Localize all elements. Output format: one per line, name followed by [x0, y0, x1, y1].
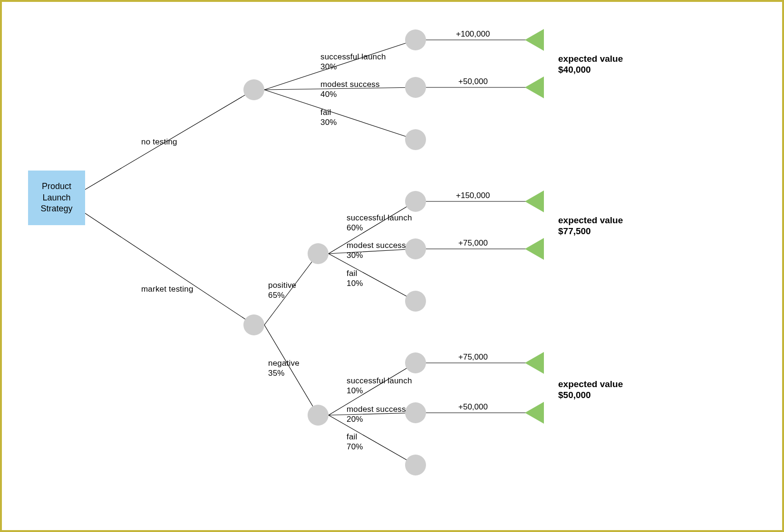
outcome-prob: 30%: [320, 62, 337, 72]
outcome-node: [405, 402, 426, 423]
svg-line-16: [329, 415, 416, 465]
outcome-label: modest success: [347, 240, 406, 250]
payoff-value: +150,000: [456, 191, 490, 200]
outcome-node: [405, 129, 426, 150]
terminal-leaf-icon: [525, 352, 544, 374]
payoff-value: +75,000: [458, 238, 488, 248]
outcome-label: modest success: [320, 79, 380, 89]
svg-line-11: [329, 254, 416, 301]
outcome-prob: 20%: [347, 414, 363, 424]
chance-node-positive: [308, 243, 329, 264]
root-label: ProductLaunchStrategy: [40, 181, 72, 214]
outcome-node: [405, 238, 426, 259]
outcome-label: fail: [347, 268, 358, 278]
chance-node-negative: [308, 405, 329, 426]
outcome-label: fail: [347, 432, 358, 442]
svg-line-1: [85, 213, 254, 325]
chance-node-no-testing: [243, 79, 264, 100]
payoff-value: +100,000: [456, 29, 490, 39]
expected-value-title: expected value: [558, 53, 623, 65]
payoff-value: +50,000: [458, 77, 488, 86]
outcome-prob: 10%: [347, 386, 363, 396]
edges-layer: [2, 2, 784, 532]
terminal-leaf-icon: [525, 190, 544, 212]
terminal-leaf-icon: [525, 238, 544, 260]
svg-line-4: [264, 90, 416, 140]
terminal-leaf-icon: [525, 29, 544, 51]
expected-value-title: expected value: [558, 379, 623, 390]
outcome-label: fail: [320, 107, 331, 117]
outcome-label: successful launch: [347, 376, 412, 386]
outcome-prob: 10%: [347, 278, 363, 288]
outcome-node: [405, 29, 426, 50]
outcome-prob: 70%: [347, 442, 363, 452]
payoff-value: +75,000: [458, 352, 488, 362]
branch-label: positive: [268, 280, 296, 290]
branch-prob: 65%: [268, 290, 285, 300]
expected-value-amount: $77,500: [558, 226, 591, 237]
outcome-node: [405, 455, 426, 475]
outcome-label: modest success: [347, 404, 406, 414]
outcome-node: [405, 352, 426, 373]
expected-value-title: expected value: [558, 215, 623, 226]
branch-prob: 35%: [268, 368, 285, 378]
decision-tree-diagram: ProductLaunchStrategy no testing market …: [0, 0, 784, 532]
expected-value-amount: $40,000: [558, 64, 591, 76]
branch-label: market testing: [141, 284, 194, 294]
payoff-value: +50,000: [458, 402, 488, 412]
outcome-prob: 40%: [320, 89, 337, 99]
terminal-leaf-icon: [525, 402, 544, 424]
outcome-node: [405, 77, 426, 98]
branch-label: negative: [268, 358, 300, 368]
outcome-node: [405, 291, 426, 312]
branch-label: no testing: [141, 137, 177, 147]
outcome-prob: 60%: [347, 223, 363, 233]
outcome-label: successful launch: [347, 213, 412, 223]
outcome-prob: 30%: [347, 250, 363, 260]
outcome-label: successful launch: [320, 52, 386, 62]
outcome-node: [405, 191, 426, 212]
expected-value-amount: $50,000: [558, 390, 591, 401]
terminal-leaf-icon: [525, 76, 544, 98]
outcome-prob: 30%: [320, 117, 337, 127]
chance-node-market-testing: [243, 314, 264, 335]
root-decision-node: ProductLaunchStrategy: [28, 171, 85, 225]
